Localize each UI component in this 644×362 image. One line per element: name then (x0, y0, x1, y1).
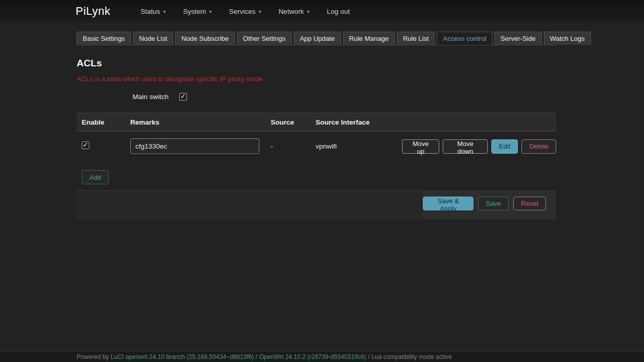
form-actions-panel: Save & Apply Save Reset (77, 190, 556, 220)
top-navbar: PiLynk Status ▾ System ▾ Services ▾ Netw… (0, 0, 644, 22)
col-header-source: Source (266, 113, 311, 131)
nav-services[interactable]: Services ▾ (221, 0, 270, 22)
move-down-button[interactable]: Move down (443, 139, 488, 154)
tab-node-list[interactable]: Node List (133, 32, 173, 45)
move-up-button[interactable]: Move up (402, 139, 439, 154)
edit-button[interactable]: Edit (491, 139, 518, 154)
tab-rule-manage[interactable]: Rule Manage (343, 32, 395, 45)
save-button[interactable]: Save (478, 197, 509, 210)
chevron-down-icon: ▾ (258, 9, 261, 14)
tab-other-settings[interactable]: Other Settings (237, 32, 292, 45)
page-title: ACLs (77, 58, 556, 69)
footer-powered-by: Powered by (77, 353, 111, 360)
nav-services-label: Services (229, 8, 256, 15)
reset-button[interactable]: Reset (513, 197, 546, 210)
chevron-down-icon: ▾ (307, 9, 309, 14)
nav-network-label: Network (278, 8, 304, 15)
nav-system[interactable]: System ▾ (175, 0, 221, 22)
enable-cell (77, 135, 125, 160)
page-description-note: ACLs is a tools which used to designate … (77, 75, 556, 83)
tab-app-update[interactable]: App Update (294, 32, 341, 45)
add-row: Add (82, 170, 556, 184)
col-header-remarks: Remarks (125, 113, 266, 131)
tab-node-subscribe[interactable]: Node Subscribe (175, 32, 235, 45)
table-row: - vpnwifi Move up Move down Edit Delete (77, 132, 556, 163)
add-button[interactable]: Add (82, 170, 109, 184)
main-switch-row: Main switch (77, 93, 556, 101)
main-content: ACLs ACLs is a tools which used to desig… (77, 58, 556, 220)
delete-button[interactable]: Delete (521, 139, 556, 154)
luci-version-link[interactable]: LuCI openwrt-24.10 branch (25.168.50434~… (111, 353, 254, 360)
nav-system-label: System (183, 8, 206, 15)
nav-logout[interactable]: Log out (318, 0, 359, 22)
tab-rule-list[interactable]: Rule List (397, 32, 435, 45)
table-header-row: Enable Remarks Source Source Interface (77, 113, 556, 132)
footer-lua-note: / Lua compatibility mode active (366, 353, 451, 360)
nav-status[interactable]: Status ▾ (132, 0, 174, 22)
tab-watch-logs[interactable]: Watch Logs (544, 32, 591, 45)
tab-bar: Basic Settings Node List Node Subscribe … (77, 32, 556, 45)
footer-separator: / (254, 353, 259, 360)
remarks-input[interactable] (130, 138, 259, 154)
main-switch-checkbox[interactable] (179, 93, 187, 101)
source-interface-cell: vpnwifi (311, 136, 397, 159)
tab-server-side[interactable]: Server-Side (494, 32, 542, 45)
source-cell: - (266, 136, 311, 159)
tab-access-control[interactable]: Access control (437, 32, 492, 45)
col-header-enable: Enable (77, 113, 125, 131)
form-actions: Save & Apply Save Reset (423, 191, 556, 220)
row-enable-checkbox[interactable] (82, 141, 89, 149)
openwrt-version-link[interactable]: OpenWrt 24.10.2 (r28739-d9340319c6) (259, 353, 366, 360)
chevron-down-icon: ▾ (209, 9, 212, 14)
col-header-source-interface: Source Interface (311, 113, 397, 131)
col-header-actions (397, 117, 556, 128)
nav-logout-label: Log out (327, 8, 350, 15)
tab-basic-settings[interactable]: Basic Settings (77, 32, 131, 45)
nav-status-label: Status (140, 8, 160, 15)
remarks-cell (125, 132, 266, 163)
nav-network[interactable]: Network ▾ (270, 0, 318, 22)
page-footer: Powered by LuCI openwrt-24.10 branch (25… (0, 351, 644, 362)
brand-logo[interactable]: PiLynk (76, 5, 110, 18)
chevron-down-icon: ▾ (163, 9, 166, 14)
save-apply-button[interactable]: Save & Apply (423, 197, 473, 210)
acl-table: Enable Remarks Source Source Interface -… (77, 113, 556, 163)
row-actions: Move up Move down Edit Delete (397, 133, 556, 162)
main-switch-label: Main switch (77, 93, 169, 101)
